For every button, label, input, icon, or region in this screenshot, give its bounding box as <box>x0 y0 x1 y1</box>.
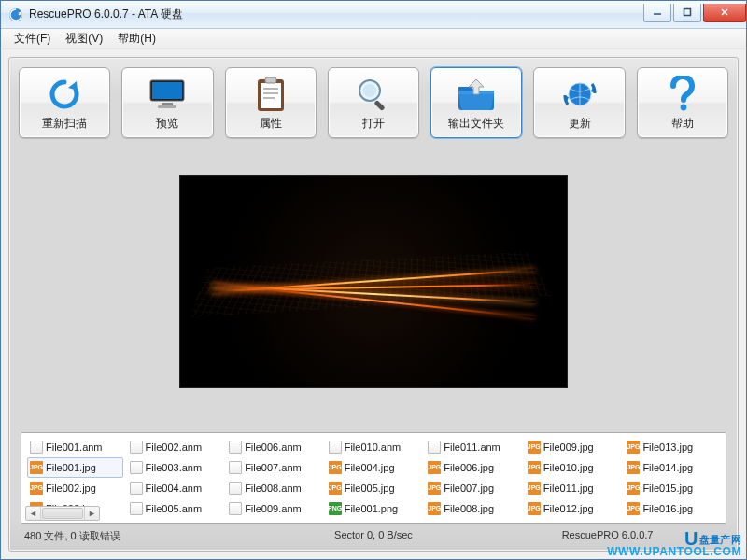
file-item[interactable]: JPGFile010.jpg <box>525 457 621 478</box>
image-preview[interactable] <box>179 175 568 388</box>
menu-bar: 文件(F) 视图(V) 帮助(H) <box>1 29 746 49</box>
open-button[interactable]: 打开 <box>328 67 419 138</box>
status-files: 480 文件, 0 读取错误 <box>24 529 255 543</box>
file-item[interactable]: File004.anm <box>127 478 223 498</box>
svg-rect-3 <box>152 82 182 99</box>
menu-help[interactable]: 帮助(H) <box>110 29 163 49</box>
file-name: File011.jpg <box>543 480 594 497</box>
anm-file-icon <box>30 441 43 454</box>
anm-file-icon <box>229 461 242 474</box>
jpg-file-icon: JPG <box>329 482 342 495</box>
jpg-file-icon: JPG <box>30 461 43 474</box>
file-item[interactable]: JPGFile009.jpg <box>525 437 621 457</box>
svg-rect-8 <box>265 77 276 83</box>
jpg-file-icon: JPG <box>627 482 640 495</box>
file-item[interactable]: PNGFile001.png <box>326 498 422 519</box>
scroll-right-icon[interactable]: ► <box>84 507 99 520</box>
file-item[interactable]: JPGFile006.jpg <box>425 457 521 478</box>
svg-rect-5 <box>158 105 176 108</box>
rescan-label: 重新扫描 <box>42 116 87 132</box>
file-item[interactable]: File005.anm <box>127 498 223 519</box>
folder-up-icon <box>455 76 498 113</box>
horizontal-scrollbar[interactable]: ◄ ► <box>25 506 100 521</box>
anm-file-icon <box>229 482 242 495</box>
svg-point-13 <box>680 105 686 111</box>
globe-refresh-icon <box>558 76 601 113</box>
anm-file-icon <box>130 502 143 515</box>
maximize-button[interactable] <box>673 4 701 22</box>
file-name: File012.jpg <box>543 500 594 517</box>
file-item[interactable]: File010.anm <box>326 437 422 457</box>
rescan-button[interactable]: 重新扫描 <box>19 67 110 138</box>
help-button[interactable]: 帮助 <box>637 67 728 138</box>
anm-file-icon <box>130 441 143 454</box>
file-item[interactable]: File009.anm <box>226 498 322 519</box>
file-name: File004.anm <box>146 480 203 497</box>
properties-button[interactable]: 属性 <box>225 67 317 138</box>
jpg-file-icon: JPG <box>30 482 43 495</box>
file-name: File005.jpg <box>345 480 395 497</box>
file-item[interactable]: File001.anm <box>27 437 123 457</box>
file-item[interactable]: JPGFile008.jpg <box>425 498 521 519</box>
rescan-icon <box>43 76 86 113</box>
minimize-button[interactable] <box>643 4 671 22</box>
output-folder-button[interactable]: 输出文件夹 <box>430 67 522 138</box>
anm-file-icon <box>229 502 242 515</box>
file-name: File006.jpg <box>444 459 494 476</box>
app-icon <box>8 7 23 22</box>
file-item[interactable]: JPGFile011.jpg <box>525 478 621 498</box>
file-name: File001.anm <box>46 439 103 455</box>
jpg-file-icon: JPG <box>627 441 640 454</box>
status-version: RescuePRO 6.0.0.7 <box>492 529 723 543</box>
menu-view[interactable]: 视图(V) <box>58 29 110 49</box>
preview-button[interactable]: 预览 <box>121 67 213 138</box>
scroll-left-icon[interactable]: ◄ <box>26 507 41 520</box>
file-item[interactable]: File002.anm <box>127 437 223 457</box>
clipboard-icon <box>249 76 292 113</box>
file-item[interactable]: JPGFile002.jpg <box>27 478 123 498</box>
anm-file-icon <box>130 461 143 474</box>
file-item[interactable]: JPGFile012.jpg <box>525 498 621 519</box>
file-item[interactable]: File007.anm <box>226 457 322 478</box>
scroll-thumb[interactable] <box>42 508 83 519</box>
file-name: File002.anm <box>146 439 203 455</box>
file-item[interactable]: JPGFile001.jpg <box>27 457 123 478</box>
open-label: 打开 <box>362 116 385 132</box>
jpg-file-icon: JPG <box>428 502 441 515</box>
file-name: File016.jpg <box>642 500 693 517</box>
anm-file-icon <box>428 441 441 454</box>
file-list[interactable]: File001.anmJPGFile001.jpgJPGFile002.jpgJ… <box>21 432 726 524</box>
file-name: File006.anm <box>245 439 302 455</box>
magnifier-icon <box>352 76 395 113</box>
title-bar[interactable]: RescuePRO 6.0.0.7 - ATA 硬盘 <box>1 1 746 29</box>
file-item[interactable]: File011.anm <box>425 437 521 457</box>
status-sector: Sector 0, 0 B/sec <box>255 529 492 543</box>
anm-file-icon <box>130 482 143 495</box>
close-button[interactable] <box>703 4 746 22</box>
monitor-icon <box>146 76 189 113</box>
file-item[interactable]: JPGFile015.jpg <box>624 478 720 498</box>
file-name: File015.jpg <box>642 480 693 497</box>
file-item[interactable]: JPGFile007.jpg <box>425 478 521 498</box>
content-area: 重新扫描 预览 属性 <box>1 49 746 559</box>
file-item[interactable]: JPGFile013.jpg <box>624 437 720 457</box>
toolbar: 重新扫描 预览 属性 <box>19 67 728 138</box>
file-name: File007.anm <box>245 459 302 476</box>
svg-rect-4 <box>162 103 173 105</box>
file-item[interactable]: File006.anm <box>226 437 322 457</box>
jpg-file-icon: JPG <box>528 482 541 495</box>
file-item[interactable]: File008.anm <box>226 478 322 498</box>
file-item[interactable]: JPGFile004.jpg <box>326 457 422 478</box>
window-title: RescuePRO 6.0.0.7 - ATA 硬盘 <box>29 7 183 22</box>
file-item[interactable]: JPGFile014.jpg <box>624 457 720 478</box>
update-button[interactable]: 更新 <box>533 67 625 138</box>
properties-label: 属性 <box>260 116 282 132</box>
jpg-file-icon: JPG <box>428 482 441 495</box>
file-name: File011.anm <box>444 439 500 455</box>
svg-point-10 <box>363 84 376 97</box>
file-item[interactable]: JPGFile005.jpg <box>326 478 422 498</box>
file-item[interactable]: File003.anm <box>127 457 223 478</box>
file-item[interactable]: JPGFile016.jpg <box>624 498 720 519</box>
output-folder-label: 输出文件夹 <box>448 116 504 132</box>
menu-file[interactable]: 文件(F) <box>7 29 58 49</box>
